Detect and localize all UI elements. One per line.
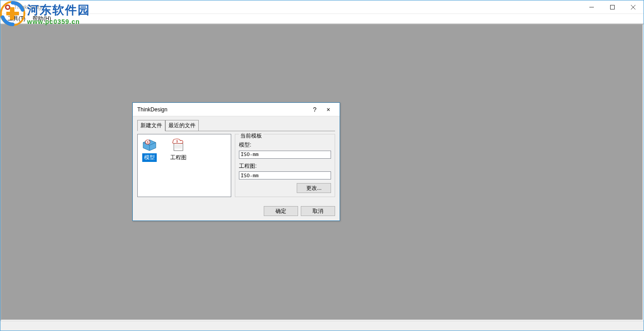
dialog-help-button[interactable]: ? — [308, 103, 322, 116]
statusbar — [0, 321, 644, 331]
file-type-model-label: 模型 — [142, 153, 157, 162]
change-template-button[interactable]: 更改... — [297, 183, 331, 193]
dialog-body: 新建文件 最近的文件 — [133, 116, 340, 202]
drawing-template-input[interactable] — [239, 171, 331, 179]
file-type-panel: 3 模型 — [137, 134, 231, 197]
workspace: ThinkDesign ? × 新建文件 最近的文件 — [0, 24, 644, 321]
window-controls — [581, 0, 644, 14]
svg-rect-3 — [611, 5, 615, 9]
dialog-tabs: 新建文件 最近的文件 — [137, 120, 335, 131]
window-title: ThinkDesign — [14, 4, 44, 10]
dialog-titlebar[interactable]: ThinkDesign ? × — [133, 103, 340, 116]
drawing-template-label: 工程图: — [239, 162, 331, 170]
ok-button[interactable]: 确定 — [264, 206, 298, 216]
minimize-button[interactable] — [581, 0, 602, 14]
file-type-drawing-label: 工程图 — [168, 153, 188, 162]
tab-new-file[interactable]: 新建文件 — [137, 120, 165, 131]
menu-tools[interactable]: 工具(T) — [4, 14, 29, 23]
menu-help[interactable]: 帮助(H) — [29, 14, 55, 23]
svg-rect-8 — [174, 143, 183, 151]
template-legend: 当前模板 — [239, 132, 263, 140]
model-icon: 3 — [141, 138, 158, 152]
titlebar: ThinkDesign — [0, 0, 644, 14]
model-template-input[interactable] — [239, 151, 331, 159]
model-template-label: 模型: — [239, 141, 331, 149]
tab-recent-files[interactable]: 最近的文件 — [165, 120, 199, 131]
template-fieldset: 当前模板 模型: 工程图: — [235, 134, 335, 197]
menubar: 工具(T) 帮助(H) — [0, 14, 644, 24]
svg-text:3: 3 — [176, 140, 178, 143]
cancel-button[interactable]: 取消 — [301, 206, 335, 216]
svg-text:3: 3 — [147, 141, 149, 144]
close-button[interactable] — [623, 0, 644, 14]
drawing-icon: 3 — [170, 138, 187, 152]
dialog-title: ThinkDesign — [137, 106, 308, 113]
app-window: ThinkDesign 工具(T) 帮助(H) ThinkDesign ? × — [0, 0, 644, 331]
svg-point-1 — [6, 6, 9, 9]
new-file-dialog: ThinkDesign ? × 新建文件 最近的文件 — [132, 102, 340, 221]
app-icon — [4, 4, 11, 11]
file-type-drawing[interactable]: 3 工程图 — [168, 138, 188, 162]
dialog-close-button[interactable]: × — [322, 103, 335, 116]
dialog-footer: 确定 取消 — [133, 202, 340, 221]
tab-content: 3 模型 — [137, 131, 335, 197]
file-type-model[interactable]: 3 模型 — [141, 138, 158, 162]
template-box: 当前模板 模型: 工程图: — [235, 134, 335, 197]
maximize-button[interactable] — [602, 0, 623, 14]
